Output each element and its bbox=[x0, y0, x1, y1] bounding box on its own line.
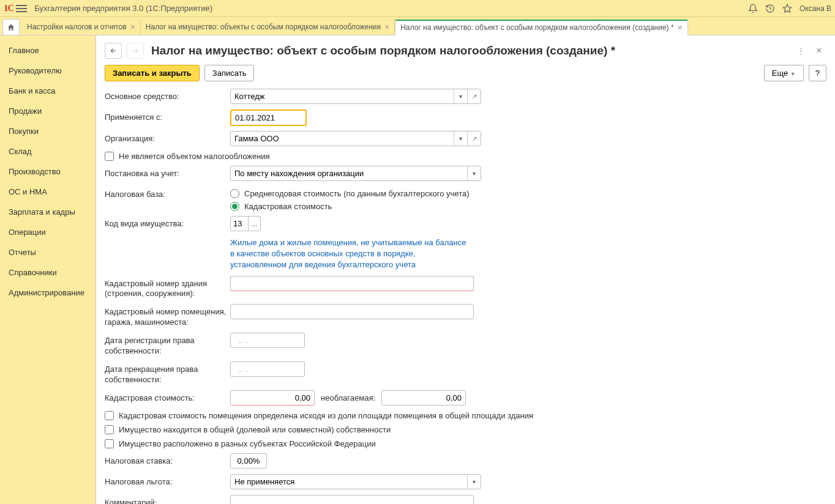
app-title: Бухгалтерия предприятия 3.0 (1С:Предприя… bbox=[34, 4, 212, 13]
more-button[interactable]: Еще ▼ bbox=[764, 65, 804, 81]
sidebar-item[interactable]: Продажи bbox=[0, 101, 95, 121]
reg-date-label: Дата регистрации права собственности: bbox=[105, 333, 230, 357]
org-input[interactable] bbox=[231, 132, 454, 146]
tab-item-active[interactable]: Налог на имущество: объект с особым поря… bbox=[395, 20, 688, 35]
sidebar-item[interactable]: Склад bbox=[0, 141, 95, 161]
sidebar-item[interactable]: Администрирование bbox=[0, 283, 95, 303]
sidebar-item[interactable]: Операции bbox=[0, 222, 95, 242]
propcode-input[interactable] bbox=[230, 216, 249, 231]
sidebar-item[interactable]: Производство bbox=[0, 161, 95, 182]
back-button[interactable] bbox=[105, 43, 122, 59]
more-icon[interactable]: ⋮ bbox=[793, 43, 808, 58]
sidebar-item[interactable]: Руководителю bbox=[0, 61, 95, 81]
sidebar-item[interactable]: Справочники bbox=[0, 262, 95, 283]
apply-from-label: Применяется с: bbox=[105, 109, 230, 123]
comment-label: Комментарий: bbox=[105, 495, 230, 504]
open-icon[interactable]: ↗ bbox=[467, 89, 481, 103]
history-icon[interactable] bbox=[764, 2, 776, 15]
cadastral-building-input[interactable] bbox=[230, 276, 474, 291]
asset-input[interactable] bbox=[231, 89, 454, 103]
comment-input[interactable] bbox=[230, 495, 474, 504]
page-title: Налог на имущество: объект с особым поря… bbox=[151, 44, 615, 57]
joint-check-label[interactable]: Имущество находится в общей (долевой или… bbox=[119, 425, 391, 434]
reg-date-input[interactable] bbox=[231, 333, 305, 347]
sidebar-item[interactable]: ОС и НМА bbox=[0, 182, 95, 202]
benefit-input[interactable] bbox=[231, 475, 467, 489]
user-name[interactable]: Оксана В bbox=[799, 4, 831, 13]
asset-label: Основное средство: bbox=[105, 89, 230, 102]
cadastral-premise-input[interactable] bbox=[230, 304, 474, 319]
close-icon[interactable]: × bbox=[812, 43, 826, 58]
svg-marker-0 bbox=[783, 4, 791, 12]
regions-check-label[interactable]: Имущество расположено в разных субъектах… bbox=[119, 439, 376, 448]
org-label: Организация: bbox=[105, 131, 230, 144]
nontaxable-input[interactable] bbox=[381, 390, 466, 406]
sidebar-item[interactable]: Зарплата и кадры bbox=[0, 202, 95, 222]
tab-label: Налог на имущество: объект с особым поря… bbox=[400, 23, 673, 32]
form-area: Основное средство: ▾ ↗ Применяется с: bbox=[96, 89, 835, 504]
not-taxable-label[interactable]: Не является объектом налогообложения bbox=[119, 152, 270, 161]
tab-item[interactable]: Налог на имущество: объекты с особым пор… bbox=[141, 19, 395, 35]
menu-icon[interactable] bbox=[16, 3, 27, 14]
content-pane: Налог на имущество: объект с особым поря… bbox=[96, 35, 835, 504]
dropdown-icon[interactable]: ▾ bbox=[454, 132, 467, 146]
toolbar: Записать и закрыть Записать Еще ▼ ? bbox=[96, 65, 835, 89]
taxbase-opt1-label[interactable]: Среднегодовая стоимость (по данным бухга… bbox=[244, 189, 470, 198]
home-tab[interactable] bbox=[2, 19, 20, 35]
dropdown-icon[interactable]: ▾ bbox=[467, 166, 481, 180]
close-icon[interactable]: × bbox=[678, 23, 683, 32]
propcode-label: Код вида имущества: bbox=[105, 216, 230, 229]
taxbase-radio-avg[interactable] bbox=[230, 189, 239, 198]
regions-checkbox[interactable] bbox=[105, 439, 114, 448]
taxrate-label: Налоговая ставка: bbox=[105, 453, 230, 467]
close-icon[interactable]: × bbox=[130, 22, 135, 32]
sidebar-item[interactable]: Покупки bbox=[0, 121, 95, 141]
taxrate-input[interactable] bbox=[230, 453, 267, 469]
sidebar: Главное Руководителю Банк и касса Продаж… bbox=[0, 35, 96, 504]
taxbase-opt2-label[interactable]: Кадастровая стоимость bbox=[244, 202, 332, 211]
registration-input[interactable] bbox=[231, 166, 467, 180]
save-button[interactable]: Записать bbox=[204, 65, 255, 81]
apply-from-input[interactable] bbox=[231, 111, 307, 125]
registration-label: Постановка на учет: bbox=[105, 166, 230, 179]
bell-icon[interactable] bbox=[747, 2, 759, 15]
app-logo: 1С bbox=[4, 3, 13, 13]
cadastral-premise-label: Кадастровый номер помещения, гаража, маш… bbox=[105, 304, 230, 328]
star-icon[interactable] bbox=[781, 2, 793, 15]
sidebar-item[interactable]: Банк и касса bbox=[0, 81, 95, 101]
titlebar: 1С Бухгалтерия предприятия 3.0 (1С:Предп… bbox=[0, 0, 835, 17]
joint-checkbox[interactable] bbox=[105, 425, 114, 434]
open-icon[interactable]: ↗ bbox=[467, 132, 481, 146]
cadastral-value-input[interactable] bbox=[230, 390, 315, 406]
dropdown-icon[interactable]: ▾ bbox=[454, 89, 467, 103]
cadastral-building-label: Кадастровый номер здания (строения, соор… bbox=[105, 276, 230, 300]
dropdown-icon[interactable]: ▾ bbox=[467, 475, 481, 489]
share-check-label[interactable]: Кадастровая стоимость помещения определе… bbox=[119, 411, 533, 420]
nontaxable-label: необлагаемая: bbox=[321, 393, 375, 402]
tab-label: Настройки налогов и отчетов bbox=[27, 23, 127, 31]
save-close-button[interactable]: Записать и закрыть bbox=[105, 65, 200, 81]
tab-item[interactable]: Настройки налогов и отчетов × bbox=[22, 19, 141, 35]
propcode-info-link[interactable]: Жилые дома и жилые помещения, не учитыва… bbox=[230, 237, 472, 271]
sidebar-item[interactable]: Главное bbox=[0, 40, 95, 61]
taxbase-label: Налоговая база: bbox=[105, 187, 230, 200]
not-taxable-checkbox[interactable] bbox=[105, 152, 114, 161]
taxbase-radio-cadastral[interactable] bbox=[230, 202, 239, 211]
tabs-bar: Настройки налогов и отчетов × Налог на и… bbox=[0, 17, 835, 35]
share-checkbox[interactable] bbox=[105, 411, 114, 420]
select-icon[interactable]: ... bbox=[249, 216, 261, 231]
sidebar-item[interactable]: Отчеты bbox=[0, 242, 95, 262]
forward-button bbox=[127, 43, 144, 59]
help-button[interactable]: ? bbox=[809, 65, 826, 81]
benefit-label: Налоговая льгота: bbox=[105, 474, 230, 487]
tab-label: Налог на имущество: объекты с особым пор… bbox=[146, 23, 381, 31]
end-date-input[interactable] bbox=[231, 362, 305, 376]
cadastral-value-label: Кадастровая стоимость: bbox=[105, 390, 230, 404]
close-icon[interactable]: × bbox=[384, 22, 389, 32]
end-date-label: Дата прекращения права собственности: bbox=[105, 361, 230, 385]
